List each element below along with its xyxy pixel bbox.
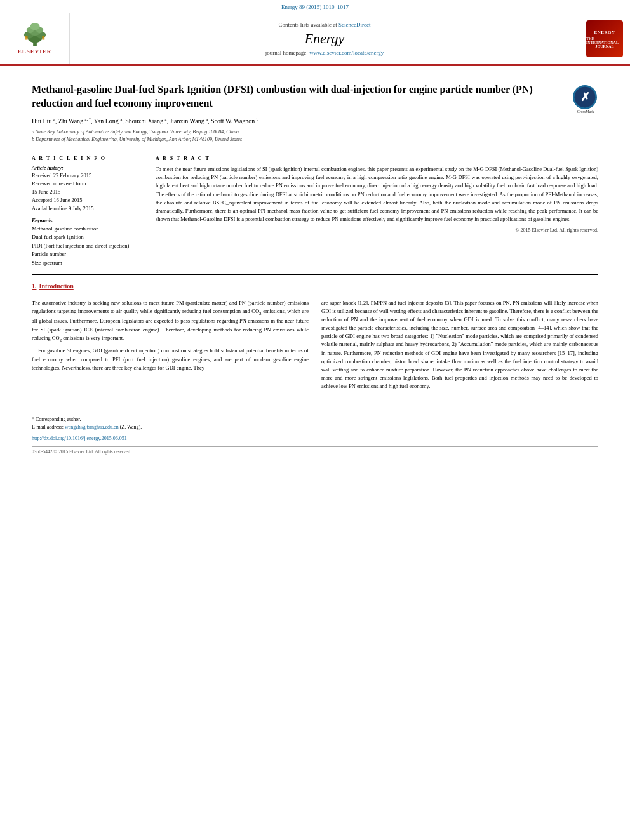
page-footer: 0360-5442/© 2015 Elsevier Ltd. All right… [32, 446, 598, 455]
keyword-1: Methanol-gasoline combustion [32, 225, 143, 234]
crossmark-icon: ✗ [573, 85, 597, 109]
corresponding-author: * Corresponding author. [32, 416, 598, 423]
section-title-intro: Introduction [39, 283, 74, 290]
body-left-text: The automotive industry is seeking new s… [32, 299, 309, 372]
email-line: E-mail address: wangzhi@tsinghua.edu.cn … [32, 423, 598, 431]
accepted-date: Accepted 16 June 2015 [32, 197, 143, 204]
intro-para-1: The automotive industry is seeking new s… [32, 299, 309, 344]
svg-rect-8 [25, 36, 27, 40]
body-right: are super-knock [1,2], PM/PN and fuel in… [321, 299, 598, 394]
main-content: Methanol-gasoline Dual-fuel Spark Igniti… [0, 66, 630, 455]
article-title: Methanol-gasoline Dual-fuel Spark Igniti… [32, 83, 565, 111]
introduction-section: 1. Introduction The automotive industry … [32, 283, 598, 394]
article-info-abstract: A R T I C L E I N F O Article history: R… [32, 156, 598, 267]
journal-header: ELSEVIER Contents lists available at Sci… [0, 13, 630, 66]
available-date: Available online 9 July 2015 [32, 205, 143, 213]
affiliations: a State Key Laboratory of Automotive Saf… [32, 128, 598, 143]
svg-rect-9 [42, 36, 44, 40]
abstract-column: A B S T R A C T To meet the near future … [156, 156, 598, 267]
affiliation-b: b Department of Mechanical Engineering, … [32, 136, 598, 143]
keywords-list: Methanol-gasoline combustion Dual-fuel s… [32, 225, 143, 268]
keyword-5: Size spectrum [32, 259, 143, 268]
keywords-label: Keywords: [32, 218, 143, 223]
sciencedirect-link[interactable]: ScienceDirect [338, 22, 370, 28]
svg-point-7 [30, 23, 39, 30]
copyright: © 2015 Elsevier Ltd. All rights reserved… [156, 227, 598, 233]
received-revised-label: Received in revised form [32, 180, 143, 188]
footnote-section: * Corresponding author. E-mail address: … [32, 413, 598, 431]
intro-para-3: are super-knock [1,2], PM/PN and fuel in… [321, 299, 598, 391]
history-label: Article history: [32, 165, 143, 171]
email-link[interactable]: wangzhi@tsinghua.edu.cn [65, 424, 119, 430]
sciencedirect-text: Contents lists available at ScienceDirec… [279, 22, 371, 28]
citation-text: Energy 89 (2015) 1010–1017 [281, 4, 349, 10]
authors: Hui Liu a, Zhi Wang a, *, Yan Long a, Sh… [32, 116, 598, 126]
header-divider [32, 150, 598, 150]
keyword-4: Particle number [32, 250, 143, 259]
body-right-text: are super-knock [1,2], PM/PN and fuel in… [321, 299, 598, 391]
elsevier-label: ELSEVIER [18, 48, 52, 55]
article-title-section: Methanol-gasoline Dual-fuel Spark Igniti… [32, 83, 598, 111]
doi-section: http://dx.doi.org/10.1016/j.energy.2015.… [32, 435, 598, 441]
energy-journal-badge: ENERGY THE INTERNATIONAL JOURNAL [586, 20, 623, 57]
intro-para-2: For gasoline SI engines, GDI (gasoline d… [32, 347, 309, 372]
affiliation-a: a State Key Laboratory of Automotive Saf… [32, 128, 598, 136]
body-columns: The automotive industry is seeking new s… [32, 299, 598, 394]
keywords-section: Keywords: Methanol-gasoline combustion D… [32, 218, 143, 268]
keyword-2: Dual-fuel spark ignition [32, 233, 143, 242]
issn-text: 0360-5442/© 2015 Elsevier Ltd. All right… [32, 449, 131, 455]
section-number: 1. [32, 283, 37, 290]
received-date: Received 27 February 2015 [32, 172, 143, 180]
body-left: The automotive industry is seeking new s… [32, 299, 309, 394]
journal-name: Energy [305, 30, 345, 47]
citation-bar: Energy 89 (2015) 1010–1017 [0, 0, 630, 13]
journal-homepage: journal homepage: www.elsevier.com/locat… [265, 50, 384, 56]
article-info-column: A R T I C L E I N F O Article history: R… [32, 156, 143, 267]
elsevier-tree-icon [16, 23, 54, 47]
revised-date: 15 June 2015 [32, 189, 143, 196]
svg-text:✗: ✗ [580, 91, 590, 103]
abstract-header: A B S T R A C T [156, 156, 598, 161]
energy-badge-container: ENERGY THE INTERNATIONAL JOURNAL [579, 13, 630, 64]
abstract-text: To meet the near future emissions legisl… [156, 165, 598, 223]
journal-center: Contents lists available at ScienceDirec… [70, 13, 579, 64]
doi-link[interactable]: http://dx.doi.org/10.1016/j.energy.2015.… [32, 436, 127, 441]
keyword-3: PIDI (Port fuel injection and direct inj… [32, 242, 143, 251]
article-info-header: A R T I C L E I N F O [32, 156, 143, 161]
homepage-link[interactable]: www.elsevier.com/locate/energy [309, 50, 384, 56]
elsevier-logo: ELSEVIER [0, 13, 70, 64]
abstract-divider [32, 274, 598, 275]
crossmark-badge: ✗ CrossMark [573, 85, 598, 110]
